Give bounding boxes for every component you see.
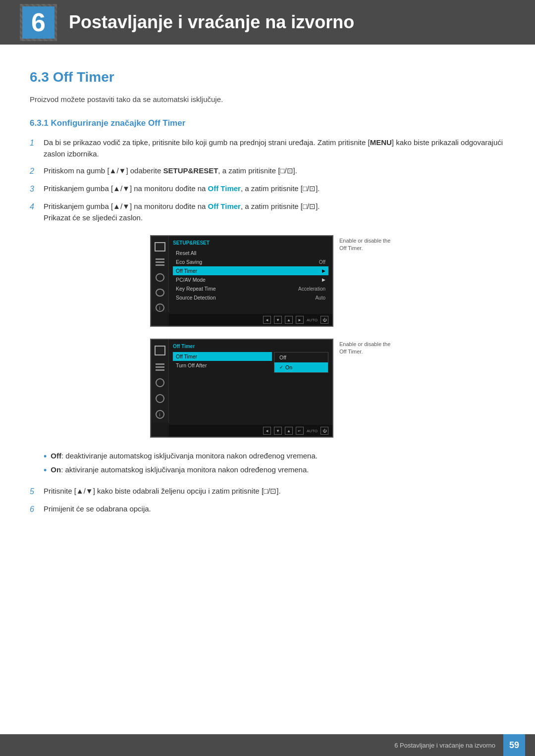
step-4: 4 Pritiskanjem gumba [▲/▼] na monitoru d…	[30, 201, 505, 223]
screenshot-2: i Off Timer Off Timer Turn Off After	[150, 339, 399, 438]
bullet-dot-1: •	[44, 452, 47, 462]
step-text-6: Primijenit će se odabrana opcija.	[44, 504, 505, 515]
caption-2: Enable or disable the Off Timer.	[339, 339, 399, 356]
monitor-menu-1: SETUP&RESET Reset All Eco SavingOff Off …	[169, 236, 332, 306]
monitor-bottom-bar-2: ◄ ▼ ▲ ↵ AUTO ⏻	[169, 425, 332, 437]
btn-enter-2: ↵	[296, 427, 304, 435]
menu-item-source-detection: Source DetectionAuto	[173, 293, 328, 302]
step-2: 2 Pritiskom na gumb [▲/▼] odaberite SETU…	[30, 165, 505, 177]
off-timer-menu-items: Off Timer Turn Off After	[173, 352, 272, 370]
monitor-menu-2: Off Timer Off Timer Turn Off After	[169, 340, 332, 377]
step-num-2: 2	[30, 165, 44, 177]
step-list-after: 5 Pritisnite [▲/▼] kako biste odabrali ž…	[30, 486, 505, 515]
step-num-1: 1	[30, 137, 44, 149]
chapter-number-box: 6	[20, 4, 57, 41]
btn-power-2: ⏻	[321, 427, 328, 435]
bullet-off-text: Off: deaktiviranje automatskog isključiv…	[51, 452, 318, 460]
sidebar-circle-icon-2	[156, 378, 164, 387]
header-title: Postavljanje i vraćanje na izvorno	[69, 12, 354, 33]
check-icon: ✓	[279, 365, 283, 370]
page-footer: 6 Postavljanje i vraćanje na izvorno 59	[0, 734, 535, 756]
sidebar-display-icon-2	[155, 346, 165, 355]
bullet-on: • On: aktiviranje automatskog isključiva…	[44, 465, 505, 476]
bullet-off: • Off: deaktiviranje automatskog isključ…	[44, 452, 505, 462]
bullet-dot-2: •	[44, 465, 47, 476]
step-text-2: Pritiskom na gumb [▲/▼] odaberite SETUP&…	[44, 165, 505, 177]
step-text-3: Pritiskanjem gumba [▲/▼] na monitoru dođ…	[44, 183, 505, 195]
menu-item-off-timer-sub: Off Timer	[173, 352, 272, 361]
btn-left-2: ◄	[263, 427, 271, 435]
step-1: 1 Da bi se prikazao vodič za tipke, prit…	[30, 137, 505, 159]
btn-up-2: ▲	[285, 427, 293, 435]
sidebar-gear-icon	[156, 289, 164, 297]
sidebar-circle-icon	[156, 273, 164, 282]
step-6: 6 Primijenit će se odabrana opcija.	[30, 504, 505, 515]
dropdown-on: ✓ On	[274, 362, 328, 372]
step-list-before: 1 Da bi se prikazao vodič za tipke, prit…	[30, 137, 505, 223]
sidebar-info-icon: i	[156, 303, 164, 312]
screenshots-area: i SETUP&RESET Reset All Eco SavingOff Of…	[44, 235, 505, 438]
subsection-heading: 6.3.1 Konfiguriranje značajke Off Timer	[30, 118, 505, 128]
footer-page-number: 59	[503, 734, 525, 756]
monitor-sidebar-1: i	[151, 236, 169, 312]
bullet-on-text: On: aktiviranje automatskog isključivanj…	[51, 465, 309, 474]
step-num-6: 6	[30, 504, 44, 515]
monitor-frame-2: i Off Timer Off Timer Turn Off After	[150, 339, 333, 438]
btn-up: ▲	[285, 316, 293, 324]
btn-down-2: ▼	[274, 427, 282, 435]
sidebar-lines-icon	[155, 258, 165, 266]
btn-auto-2: AUTO	[307, 429, 318, 433]
section-title: Off Timer	[53, 69, 114, 85]
screenshot-1: i SETUP&RESET Reset All Eco SavingOff Of…	[150, 235, 399, 327]
footer-text: 6 Postavljanje i vraćanje na izvorno	[394, 742, 495, 749]
step-num-4: 4	[30, 201, 44, 213]
step-5: 5 Pritisnite [▲/▼] kako biste odabrali ž…	[30, 486, 505, 498]
step-text-4: Pritiskanjem gumba [▲/▼] na monitoru dođ…	[44, 201, 505, 223]
step-text-5: Pritisnite [▲/▼] kako biste odabrali žel…	[44, 486, 505, 497]
sidebar-gear-icon-2	[156, 394, 164, 403]
section-number: 6.3	[30, 69, 49, 85]
main-content: 6.3 Off Timer Proizvod možete postaviti …	[0, 45, 535, 567]
chapter-number: 6	[22, 6, 54, 39]
btn-right: ►	[296, 316, 304, 324]
menu-title-1: SETUP&RESET	[173, 240, 328, 246]
menu-item-off-timer: Off Timer▶	[173, 266, 328, 275]
dropdown-off: Off	[274, 353, 328, 362]
menu-item-turn-off-after: Turn Off After	[173, 361, 272, 370]
monitor-bottom-bar-1: ◄ ▼ ▲ ► AUTO ⏻	[169, 314, 332, 326]
dropdown-menu: Off ✓ On	[274, 352, 328, 373]
step-num-3: 3	[30, 183, 44, 195]
btn-down: ▼	[274, 316, 282, 324]
menu-item-pcav-mode: PC/AV Mode▶	[173, 275, 328, 284]
section-heading: 6.3 Off Timer	[30, 69, 505, 85]
btn-auto: AUTO	[307, 318, 318, 322]
step-num-5: 5	[30, 486, 44, 498]
menu-title-2: Off Timer	[173, 344, 328, 349]
menu-item-reset-all: Reset All	[173, 249, 328, 257]
bullet-list: • Off: deaktiviranje automatskog isključ…	[44, 452, 505, 476]
sidebar-display-icon	[155, 242, 165, 252]
intro-text: Proizvod možete postaviti tako da se aut…	[30, 95, 505, 103]
monitor-sidebar-2: i	[151, 340, 169, 423]
menu-item-key-repeat: Key Repeat TimeAcceleration	[173, 284, 328, 293]
monitor-frame-1: i SETUP&RESET Reset All Eco SavingOff Of…	[150, 235, 333, 327]
step-text-1: Da bi se prikazao vodič za tipke, pritis…	[44, 137, 505, 159]
menu-item-eco-saving: Eco SavingOff	[173, 257, 328, 266]
step-3: 3 Pritiskanjem gumba [▲/▼] na monitoru d…	[30, 183, 505, 195]
subsection-title: Konfiguriranje značajke Off Timer	[51, 118, 186, 128]
caption-1: Enable or disable the Off Timer.	[339, 235, 399, 252]
sidebar-info-icon-2: i	[156, 410, 164, 419]
header-banner: 6 Postavljanje i vraćanje na izvorno	[0, 0, 535, 45]
sidebar-lines-icon-2	[155, 362, 165, 371]
btn-left: ◄	[263, 316, 271, 324]
subsection-number: 6.3.1	[30, 118, 49, 128]
off-timer-row: Off Timer Turn Off After Off ✓ On	[173, 352, 328, 373]
btn-power: ⏻	[321, 316, 328, 324]
